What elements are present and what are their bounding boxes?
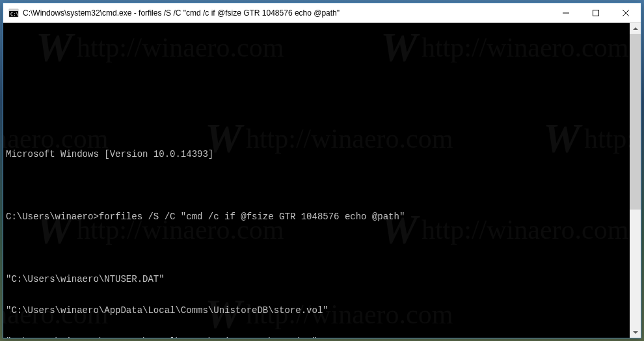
window-controls <box>551 3 641 22</box>
svg-marker-8 <box>633 331 638 334</box>
scroll-down-button[interactable] <box>630 327 641 338</box>
cmd-icon: C:\ <box>8 8 19 18</box>
scroll-thumb[interactable] <box>630 34 641 210</box>
terminal-area: Whttp://winaero.com Whttp://winaero.com … <box>3 23 641 338</box>
watermark: Whttp://winaero.com <box>381 225 628 235</box>
terminal-command: forfiles /S /C "cmd /c if @fsize GTR 104… <box>99 211 405 222</box>
terminal-output-line: "C:\Users\winaero\AppData\Local\Comms\Un… <box>6 305 627 316</box>
minimize-button[interactable] <box>551 3 581 22</box>
terminal-content[interactable]: Whttp://winaero.com Whttp://winaero.com … <box>3 23 630 338</box>
terminal-output-line: "C:\Users\winaero\NTUSER.DAT" <box>6 274 627 284</box>
terminal-line <box>6 180 627 191</box>
terminal-prompt: C:\Users\winaero> <box>6 211 99 222</box>
scroll-track[interactable] <box>630 34 641 327</box>
watermark: Whttp://winaero.com <box>36 225 284 235</box>
watermark: Whttp://winaero.com <box>381 42 628 53</box>
window-title: C:\Windows\system32\cmd.exe - forfiles /… <box>23 8 551 18</box>
vertical-scrollbar[interactable] <box>630 23 641 338</box>
watermark: Whttp://winaero.com <box>3 133 108 144</box>
titlebar[interactable]: C:\ C:\Windows\system32\cmd.exe - forfil… <box>3 3 641 23</box>
maximize-button[interactable] <box>581 3 611 22</box>
watermark: Whttp://winaero.com <box>36 42 284 53</box>
close-button[interactable] <box>611 3 641 22</box>
watermark: Whttp://winaero.com <box>543 133 630 144</box>
svg-marker-7 <box>633 27 638 30</box>
cmd-window: C:\ C:\Windows\system32\cmd.exe - forfil… <box>3 3 641 338</box>
terminal-line: Microsoft Windows [Version 10.0.14393] <box>6 149 627 159</box>
terminal-line <box>6 243 627 253</box>
watermark: Whttp://winaero.com <box>205 133 453 144</box>
svg-rect-1 <box>9 9 18 11</box>
svg-text:C:\: C:\ <box>10 12 19 17</box>
terminal-output-line: "C:\Users\winaero\AppData\Local\Comms\Un… <box>6 336 627 338</box>
svg-rect-4 <box>593 10 599 16</box>
scroll-up-button[interactable] <box>630 23 641 34</box>
terminal-prompt-line: C:\Users\winaero>forfiles /S /C "cmd /c … <box>6 211 627 222</box>
